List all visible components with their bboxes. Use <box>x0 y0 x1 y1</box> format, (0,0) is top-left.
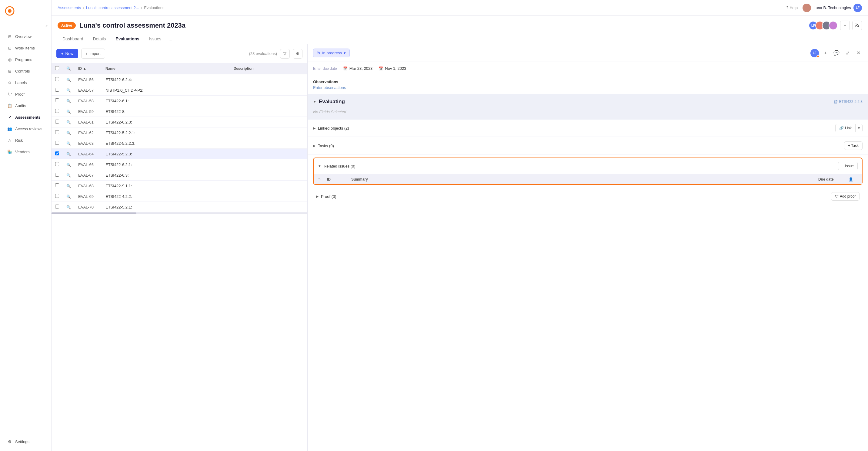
close-button[interactable]: ✕ <box>854 49 863 57</box>
collapse-button[interactable]: « <box>45 24 48 28</box>
header-actions: LF + <box>809 21 862 30</box>
table-row[interactable]: 🔍 EVAL-70 ETSI422-5.2.1: <box>52 202 307 213</box>
table-row[interactable]: 🔍 EVAL-61 ETSI422-6.2.3: <box>52 117 307 128</box>
col-id[interactable]: ID ▲ <box>74 63 102 74</box>
sidebar-item-settings[interactable]: ⚙ Settings <box>2 436 49 447</box>
sidebar-item-label: Proof <box>15 92 25 96</box>
issues-expand-icon[interactable]: ▼ <box>318 164 321 168</box>
row-checkbox[interactable] <box>55 88 59 92</box>
table-row[interactable]: 🔍 EVAL-69 ETSI422-4.2.2: <box>52 191 307 202</box>
evaluating-ref-text[interactable]: ETSI422-5.2.3 <box>839 100 863 104</box>
add-task-button[interactable]: + Task <box>844 141 863 150</box>
user-menu[interactable]: Luna B. Technologies LF <box>803 4 862 12</box>
row-checkbox[interactable] <box>55 173 59 177</box>
row-search-icon[interactable]: 🔍 <box>66 195 71 199</box>
add-detail-button[interactable]: + <box>821 49 830 57</box>
evaluating-section: ▼ Evaluating ETSI422-5.2.3 No Fields Sel… <box>308 94 868 119</box>
table-row[interactable]: 🔍 EVAL-56 ETSI422-6.2.4: <box>52 74 307 85</box>
row-search-icon[interactable]: 🔍 <box>66 88 71 92</box>
row-search-icon[interactable]: 🔍 <box>66 173 71 177</box>
table-row[interactable]: 🔍 EVAL-67 ETSI422-6.3: <box>52 170 307 180</box>
eval-count: (28 evaluations) <box>249 51 277 56</box>
tab-evaluations[interactable]: Evaluations <box>111 34 144 44</box>
due-date-label: Enter due date <box>313 66 337 71</box>
breadcrumb-root[interactable]: Assessments <box>58 5 81 10</box>
sidebar-item-assessments[interactable]: ✓ Assessments <box>2 112 49 122</box>
feed-button[interactable] <box>852 21 862 30</box>
new-button[interactable]: + New <box>56 49 78 58</box>
expand-button[interactable]: ⤢ <box>843 49 851 57</box>
help-button[interactable]: ? Help <box>786 5 798 10</box>
row-search-icon[interactable]: 🔍 <box>66 131 71 135</box>
row-checkbox[interactable] <box>55 77 59 81</box>
filter-button[interactable]: ▽ <box>280 49 290 59</box>
tasks-expand-icon[interactable]: ▶ <box>313 144 315 148</box>
row-search-icon[interactable]: 🔍 <box>66 99 71 103</box>
sidebar-item-risk[interactable]: △ Risk <box>2 135 49 146</box>
new-label: New <box>65 51 73 56</box>
sidebar-item-access-reviews[interactable]: 👥 Access reviews <box>2 123 49 134</box>
row-checkbox[interactable] <box>55 183 59 187</box>
row-search-cell: 🔍 <box>63 159 74 170</box>
table-row[interactable]: 🔍 EVAL-68 ETSI422-9.1.1: <box>52 180 307 191</box>
sidebar-item-vendors[interactable]: 🏪 Vendors <box>2 146 49 157</box>
select-all-checkbox[interactable] <box>55 66 59 70</box>
sidebar-item-work-items[interactable]: ⊡ Work items <box>2 43 49 53</box>
proof-expand-icon[interactable]: ▶ <box>316 195 318 198</box>
rss-icon <box>855 23 860 28</box>
tab-issues[interactable]: Issues <box>144 34 166 44</box>
sidebar-item-controls[interactable]: ⊟ Controls <box>2 65 49 77</box>
row-checkbox[interactable] <box>55 162 59 166</box>
horizontal-scrollbar[interactable] <box>52 213 307 214</box>
table-row[interactable]: 🔍 EVAL-62 ETSI422-5.2.2.1: <box>52 128 307 138</box>
sidebar-item-overview[interactable]: ⊞ Overview <box>2 31 49 42</box>
row-search-icon[interactable]: 🔍 <box>66 163 71 167</box>
column-settings-button[interactable]: ⚙ <box>293 49 303 59</box>
detail-panel: ↻ In progress ▾ LF + 💬 ⤢ ✕ Enter du <box>308 44 868 451</box>
row-search-icon[interactable]: 🔍 <box>66 120 71 124</box>
table-row[interactable]: 🔍 EVAL-59 ETSI422-8: <box>52 106 307 117</box>
sidebar-item-label: Access reviews <box>15 126 42 131</box>
sidebar-item-audits[interactable]: 📋 Audits <box>2 100 49 111</box>
row-search-icon[interactable]: 🔍 <box>66 205 71 209</box>
row-checkbox[interactable] <box>55 141 59 145</box>
row-checkbox[interactable] <box>55 130 59 134</box>
sidebar-collapse[interactable]: « <box>0 23 51 31</box>
tab-dashboard[interactable]: Dashboard <box>58 34 88 44</box>
app-logo <box>0 4 51 23</box>
breadcrumb-parent[interactable]: Luna's control assessment 2... <box>86 5 139 10</box>
row-search-icon[interactable]: 🔍 <box>66 78 71 82</box>
linked-expand-icon[interactable]: ▶ <box>313 126 315 130</box>
link-dropdown-button[interactable]: ▾ <box>856 124 863 132</box>
table-row[interactable]: 🔍 EVAL-58 ETSI422-6.1: <box>52 95 307 106</box>
row-checkbox[interactable] <box>55 98 59 102</box>
row-search-icon[interactable]: 🔍 <box>66 141 71 146</box>
table-row[interactable]: 🔍 EVAL-57 NISTP1.0_CT.DP-P2: <box>52 85 307 95</box>
table-row[interactable]: 🔍 EVAL-64 ETSI422-5.2.3: <box>52 149 307 159</box>
comment-button[interactable]: 💬 <box>832 49 841 57</box>
add-collaborator-button[interactable]: + <box>840 21 850 30</box>
evaluating-chevron[interactable]: ▼ <box>313 100 316 104</box>
row-name: ETSI422-6.1: <box>102 95 230 106</box>
status-dropdown[interactable]: ↻ In progress ▾ <box>313 49 350 57</box>
table-row[interactable]: 🔍 EVAL-63 ETSI422-5.2.2.3: <box>52 138 307 149</box>
import-button[interactable]: ↑ Import <box>81 49 105 59</box>
tab-more[interactable]: ... <box>166 34 175 44</box>
sidebar-item-programs[interactable]: ◎ Programs <box>2 54 49 65</box>
row-checkbox[interactable] <box>55 204 59 208</box>
add-proof-button[interactable]: 🛡 Add proof <box>831 192 860 201</box>
link-button[interactable]: 🔗 Link <box>835 124 856 132</box>
row-checkbox[interactable] <box>55 119 59 123</box>
row-search-icon[interactable]: 🔍 <box>66 110 71 114</box>
observations-link[interactable]: Enter observations <box>313 85 863 90</box>
sidebar-item-proof[interactable]: 🛡 Proof <box>2 89 49 100</box>
table-row[interactable]: 🔍 EVAL-66 ETSI422-6.2.1: <box>52 159 307 170</box>
sidebar-item-labels[interactable]: ⊘ Labels <box>2 77 49 88</box>
row-checkbox[interactable] <box>55 109 59 113</box>
row-search-icon[interactable]: 🔍 <box>66 152 71 156</box>
row-search-icon[interactable]: 🔍 <box>66 184 71 188</box>
tab-details[interactable]: Details <box>88 34 111 44</box>
row-checkbox[interactable] <box>55 151 59 156</box>
row-checkbox[interactable] <box>55 194 59 198</box>
add-issue-button[interactable]: + Issue <box>838 162 858 170</box>
